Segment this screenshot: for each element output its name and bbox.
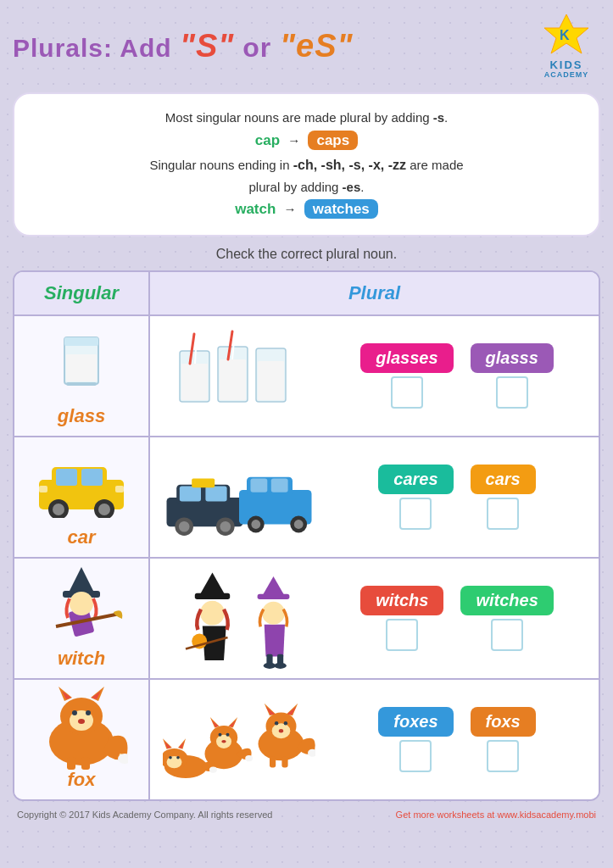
footer: Copyright © 2017 Kids Academy Company. A… — [13, 810, 600, 820]
plural-options-fox: foxes foxs — [328, 707, 586, 772]
cars-badge: cars — [471, 465, 536, 494]
svg-rect-84 — [270, 756, 276, 767]
svg-point-80 — [275, 721, 279, 726]
svg-marker-43 — [69, 567, 94, 593]
svg-rect-11 — [258, 361, 284, 400]
svg-point-106 — [209, 766, 217, 772]
title-s: "S" — [180, 28, 234, 64]
table-row: fox — [14, 680, 599, 799]
svg-point-34 — [220, 521, 231, 532]
singular-word-glass: glass — [58, 405, 105, 427]
svg-point-81 — [284, 721, 288, 726]
rule-line2: cap → caps — [36, 129, 577, 153]
glasss-badge: glasss — [471, 343, 554, 373]
svg-rect-18 — [56, 469, 77, 486]
glasss-checkbox[interactable] — [496, 376, 528, 409]
option-glasses: glasses — [360, 343, 453, 409]
svg-marker-77 — [266, 706, 276, 715]
cares-badge: cares — [378, 465, 453, 494]
cares-checkbox[interactable] — [399, 498, 432, 530]
svg-point-50 — [200, 601, 225, 626]
title-or: or — [234, 32, 280, 63]
svg-marker-53 — [262, 576, 285, 596]
footer-copyright: Copyright © 2017 Kids Academy Company. A… — [17, 810, 272, 820]
plural-cell-fox: foxes foxs — [150, 680, 599, 799]
witches-checkbox[interactable] — [491, 619, 523, 651]
svg-rect-29 — [205, 486, 226, 501]
svg-marker-48 — [199, 573, 226, 596]
footer-cta: Get more worksheets at www.kidsacademy.m… — [396, 810, 596, 820]
svg-rect-3 — [64, 337, 98, 346]
singular-cell-glass: glass — [14, 316, 150, 436]
fox-image — [35, 688, 128, 765]
svg-rect-5 — [66, 354, 97, 381]
title-prefix: Plurals: Add — [13, 34, 180, 62]
svg-rect-37 — [251, 478, 268, 492]
option-cares: cares — [378, 465, 453, 530]
cars-image — [163, 451, 315, 544]
svg-rect-54 — [258, 594, 290, 599]
table-header: Singular Plural — [14, 272, 599, 316]
svg-rect-85 — [281, 756, 287, 767]
svg-point-96 — [245, 755, 253, 761]
rule-line3: Singular nouns ending in -ch, -sh, -s, -… — [36, 153, 577, 176]
svg-point-40 — [251, 520, 260, 529]
option-glasss: glasss — [471, 343, 554, 409]
svg-rect-4 — [66, 382, 97, 386]
plural-options-witch: witchs witches — [328, 586, 586, 651]
cars-checkbox[interactable] — [487, 498, 519, 530]
foxs-checkbox[interactable] — [487, 740, 519, 772]
option-cars: cars — [471, 465, 536, 530]
rule-box: Most singular nouns are made plural by a… — [13, 92, 600, 236]
svg-point-55 — [262, 602, 285, 625]
witchs-checkbox[interactable] — [386, 619, 418, 651]
option-foxes: foxes — [378, 707, 453, 772]
rule-line4: plural by adding -es. — [36, 176, 577, 198]
svg-marker-90 — [212, 720, 219, 726]
rule-line1: Most singular nouns are made plural by a… — [36, 107, 577, 129]
singular-word-car: car — [67, 526, 95, 548]
svg-rect-30 — [192, 478, 215, 487]
glass-image — [35, 325, 128, 401]
svg-rect-38 — [271, 478, 288, 492]
glasses-badge: glasses — [360, 343, 453, 373]
svg-point-105 — [176, 756, 180, 760]
svg-point-32 — [179, 521, 190, 532]
svg-point-42 — [294, 520, 304, 529]
singular-word-witch: witch — [58, 648, 105, 670]
svg-rect-71 — [67, 757, 75, 770]
svg-point-21 — [53, 504, 64, 515]
plural-options-glass: glasses glasss — [328, 343, 586, 409]
svg-marker-78 — [287, 706, 297, 715]
svg-rect-72 — [81, 757, 90, 770]
title-es: "eS" — [280, 28, 354, 64]
svg-point-69 — [78, 719, 85, 724]
svg-point-95 — [221, 740, 226, 743]
plural-cell-car: cares cars — [150, 437, 599, 557]
svg-point-82 — [279, 729, 283, 733]
glasses-checkbox[interactable] — [391, 376, 423, 409]
singular-cell-fox: fox — [14, 680, 150, 799]
option-witchs: witchs — [360, 586, 443, 651]
foxes-checkbox[interactable] — [399, 740, 432, 772]
svg-point-68 — [86, 710, 91, 715]
svg-point-58 — [264, 663, 276, 669]
main-table: Singular Plural glass — [13, 270, 600, 801]
logo-academy: ACADEMY — [544, 71, 589, 80]
witch-image — [35, 567, 128, 643]
page-container: Plurals: Add "S" or "eS" K KIDS ACADEMY … — [0, 0, 613, 868]
svg-rect-7 — [181, 364, 208, 400]
svg-rect-49 — [195, 593, 230, 599]
car-image — [35, 446, 128, 522]
table-row: car — [14, 437, 599, 559]
page-title: Plurals: Add "S" or "eS" — [13, 28, 354, 64]
svg-rect-25 — [115, 486, 124, 492]
foxs-badge: foxs — [471, 707, 536, 737]
kids-academy-logo: K KIDS ACADEMY — [532, 13, 600, 80]
logo-icon: K — [541, 13, 592, 59]
plural-options-car: cares cars — [328, 465, 586, 530]
svg-rect-9 — [220, 359, 246, 400]
singular-cell-witch: witch — [14, 559, 150, 678]
glasses-image — [163, 330, 315, 423]
singular-cell-car: car — [14, 437, 150, 557]
